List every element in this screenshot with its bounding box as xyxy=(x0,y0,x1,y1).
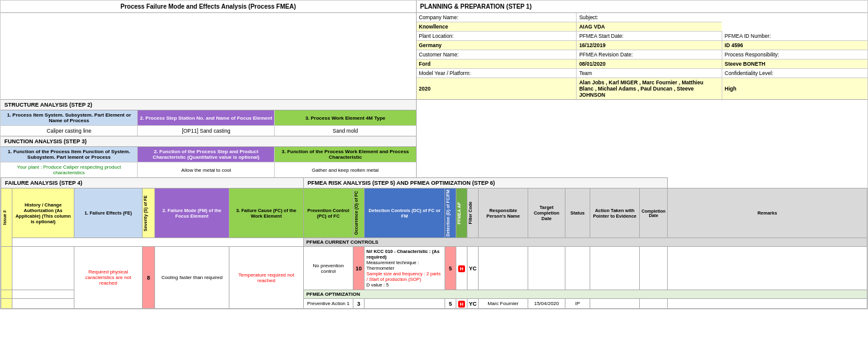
opt-ap-cell: H xyxy=(456,299,467,309)
opt-detection-empty xyxy=(365,299,445,309)
history-cell xyxy=(12,247,74,290)
fc-col-header: 3. Failure Cause (FC) of the Work Elemen… xyxy=(229,189,304,238)
func-col2-header: 2. Function of the Process Step and Prod… xyxy=(138,147,275,162)
model-year-label: Model Year / Platform: xyxy=(417,69,577,78)
opt-target-date-cell: 15/04/2020 xyxy=(528,299,565,309)
revision-date-value: 08/01/2020 xyxy=(577,60,722,69)
opt-remarks xyxy=(668,299,867,309)
history-opt xyxy=(12,290,74,299)
detection-rating-cell: 5 xyxy=(445,247,456,290)
risk-header: PFMEA RISK ANALYSIS (STEP 5) AND PFMEA O… xyxy=(304,178,668,189)
struct-data2: [OP11] Sand casting xyxy=(138,126,275,136)
struct-col3-header: 3. Process Work Element 4M Type xyxy=(275,110,416,126)
company-value: Knowllence xyxy=(417,22,577,32)
completion-col-header: Completion Date xyxy=(640,189,668,238)
func-data1: Your plant : Produce Caliper respecting … xyxy=(1,162,138,178)
detection-text-d: D value : 5 xyxy=(366,282,443,288)
struct-col1-header: 1. Process Item System. Subsystem. Part … xyxy=(1,110,138,126)
history-col-header: History / Change Authorization (As Appli… xyxy=(12,189,74,238)
occurrence-cell: 10 xyxy=(353,247,365,290)
subject-value: AIAG VDA xyxy=(577,22,722,32)
issue-opt xyxy=(1,290,12,299)
completion-empty xyxy=(640,247,668,290)
fmea-title: Process Failure Mode and Effects Analysi… xyxy=(1,1,416,13)
issue-col-header: Issue # xyxy=(1,189,12,247)
detection-col-header: Detection Controls (DC) of FC or FM xyxy=(365,189,445,238)
team-label: Team xyxy=(577,69,722,78)
detection-text-cell: N# KCC 010 - Characteristic : (As requir… xyxy=(365,247,445,290)
issue-opt-data xyxy=(1,299,12,309)
opt-detection-rating-cell: 5 xyxy=(445,299,456,309)
func-data3: Gather and keep molten metal xyxy=(275,162,416,178)
pfmea-ap-col-header: PFMEA AP xyxy=(456,189,467,238)
plant-value: Germany xyxy=(417,41,577,50)
fc-cell: Temperature required not reached xyxy=(229,247,304,309)
fm-cell: Cooling faster than required xyxy=(155,247,229,309)
severity-col-header: Severity (S) of FE xyxy=(143,189,155,238)
remarks-empty xyxy=(668,247,867,290)
struct-data3: Sand mold xyxy=(275,126,416,136)
struct-data1: Caliper casting line xyxy=(1,126,138,136)
main-fmea-table: FAILURE ANALYSIS (STEP 4) PFMEA RISK ANA… xyxy=(1,177,867,309)
responsible-empty xyxy=(479,247,528,290)
failure-header: FAILURE ANALYSIS (STEP 4) xyxy=(1,178,304,189)
current-controls-header: PFMEA CURRENT CONTROLS xyxy=(304,238,867,247)
pfmea-id-value: ID 4596 xyxy=(722,41,867,50)
structure-cols: 1. Process Item System. Subsystem. Part … xyxy=(1,110,416,136)
fmea-container: Process Failure Mode and Effects Analysi… xyxy=(0,0,868,309)
planning-header: PLANNING & PREPARATION (STEP 1) xyxy=(416,1,867,13)
opt-action-cell: Preventive Action 1 xyxy=(304,299,353,309)
target-empty xyxy=(528,247,565,290)
struct-col2-header: 2. Process Step Station No. and Name of … xyxy=(138,110,275,126)
opt-status-cell: IP xyxy=(565,299,590,309)
process-resp-value: Steeve BONETH xyxy=(722,60,867,69)
func-data2: Allow the metal to cool xyxy=(138,162,275,178)
responsible-col-header: Responsible Person's Name xyxy=(479,189,528,238)
func-col1-header: 1. Function of the Process Item Function… xyxy=(1,147,138,162)
plant-label: Plant Location: xyxy=(417,32,577,41)
team-value: Alan Jobs , Karl MIGER , Marc Fournier ,… xyxy=(577,78,722,100)
prevention-cell: No prevention control xyxy=(304,247,353,290)
occurrence-col-header: Occurrence (O) of FC xyxy=(353,189,365,238)
history-opt-data xyxy=(12,299,74,309)
model-year-value: 2020 xyxy=(417,78,577,100)
structure-header: STRUCTURE ANALYSIS (STEP 2) xyxy=(1,100,416,110)
optimization-header: PFMEA OPTIMIZATION xyxy=(304,290,867,299)
revision-date-label: PFMEA Revision Date: xyxy=(577,50,722,60)
severity-cell: 8 xyxy=(143,247,155,309)
detection-text-m: Measurement technique : Thermometer xyxy=(366,260,443,271)
function-header: FUNCTION ANALYSIS (STEP 3) xyxy=(1,136,416,147)
subject-label: Subject: xyxy=(577,13,722,22)
opt-yc-cell: YC xyxy=(467,299,479,309)
confidentiality-label: Confidentiality Level: xyxy=(722,69,867,78)
fe-col-header: 1. Failure Effects (FE) xyxy=(74,189,143,238)
detection-rating-col-header: Detection (D) of FC/FM xyxy=(445,189,456,238)
company-label: Company Name: xyxy=(417,13,577,22)
confidentiality-value: High xyxy=(722,78,867,100)
planning-section: Company Name: Subject: Knowllence AIAG V… xyxy=(416,13,867,100)
detection-text-n: N# KCC 010 - Characteristic : (As requir… xyxy=(366,249,443,260)
issue-cell xyxy=(1,247,12,290)
opt-ap-badge: H xyxy=(458,301,466,308)
fe-cell: Required physical caracteristics are not… xyxy=(74,247,143,309)
opt-responsible-cell: Marc Fournier xyxy=(479,299,528,309)
process-resp-label: Process Responsibility: xyxy=(722,50,867,60)
remarks-col-header: Remarks xyxy=(668,189,867,238)
start-date-label: PFMEA Start Date: xyxy=(577,32,722,41)
action-col-header: Action Taken with Pointer to Evidence xyxy=(590,189,640,238)
status-col-header: Status xyxy=(565,189,590,238)
ap-cell: H xyxy=(456,247,467,290)
function-cols: 1. Function of the Process Item Function… xyxy=(1,147,416,178)
customer-value: Ford xyxy=(417,60,577,69)
target-date-col-header: Target Completion Date xyxy=(528,189,565,238)
opt-completion xyxy=(640,299,668,309)
customer-label: Customer Name: xyxy=(417,50,577,60)
func-col3-header: 3. Function of the Process Work Element … xyxy=(275,147,416,162)
left-spacer xyxy=(1,13,416,100)
ap-badge: H xyxy=(458,265,466,272)
opt-occurrence-cell: 3 xyxy=(353,299,365,309)
prevention-col-header: Prevention Control (PC) of FC xyxy=(304,189,353,238)
detection-text-s: Sample size and frequency : 2 parts / St… xyxy=(366,271,443,282)
pfmea-id-label: PFMEA ID Number: xyxy=(722,32,867,41)
action-empty xyxy=(590,247,640,290)
